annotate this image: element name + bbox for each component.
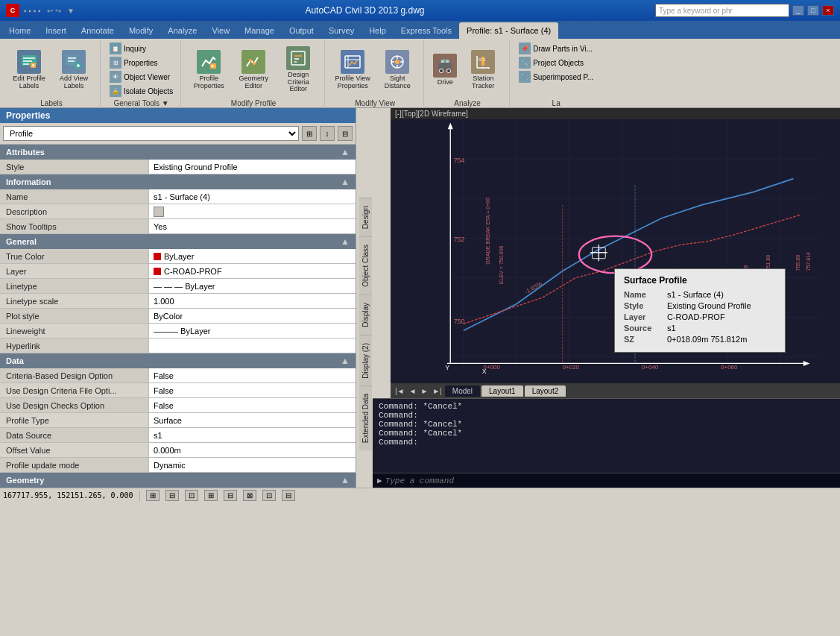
use-design-criteria-value[interactable]: False bbox=[149, 383, 356, 397]
criteria-based-label: Criteria-Based Design Option bbox=[0, 368, 149, 382]
hyperlink-value[interactable] bbox=[149, 339, 356, 353]
ribbon-group-analyze: Drive STA Station Tracker Analyze bbox=[426, 40, 510, 109]
maximize-button[interactable]: □ bbox=[807, 5, 819, 16]
layer-value[interactable]: C-ROAD-PROF bbox=[149, 264, 356, 278]
status-btn-otrack[interactable]: ⊠ bbox=[243, 490, 256, 501]
viewport-label: [-][Top][2D Wireframe] bbox=[395, 110, 468, 118]
station-tracker-button[interactable]: STA Station Tracker bbox=[461, 48, 505, 92]
tab-insert[interactable]: Insert bbox=[38, 22, 74, 39]
profile-view-properties-button[interactable]: Profile View Properties bbox=[331, 48, 374, 92]
side-tab-extended-data[interactable]: Extended Data bbox=[359, 385, 372, 450]
tab-home[interactable]: Home bbox=[1, 22, 38, 39]
close-button[interactable]: × bbox=[822, 5, 834, 16]
side-tab-design[interactable]: Design bbox=[359, 198, 372, 236]
status-btn-osnap[interactable]: ⊟ bbox=[224, 490, 237, 501]
station-tracker-label: Station Tracker bbox=[464, 75, 502, 90]
object-viewer-button[interactable]: 👁 Object Viewer bbox=[107, 70, 173, 84]
collapse-information[interactable]: ▲ bbox=[341, 177, 350, 187]
minimize-button[interactable]: _ bbox=[792, 5, 804, 16]
linetype-value[interactable]: — — — ByLayer bbox=[149, 279, 356, 293]
tab-output[interactable]: Output bbox=[282, 22, 321, 39]
sight-distance-button[interactable]: Sight Distance bbox=[376, 48, 419, 92]
tab-express-tools[interactable]: Express Tools bbox=[394, 22, 459, 39]
design-criteria-editor-button[interactable]: Design Criteria Editor bbox=[277, 45, 320, 95]
project-objects-label: Project Objects bbox=[533, 59, 584, 67]
show-tooltips-value[interactable]: Yes bbox=[149, 219, 356, 233]
nav-prev[interactable]: ◄ bbox=[408, 387, 418, 395]
side-tab-display-2[interactable]: Display (2) bbox=[359, 335, 372, 386]
props-dropdown[interactable]: Profile bbox=[3, 126, 299, 141]
plot-style-value[interactable]: ByColor bbox=[149, 309, 356, 323]
tab-model[interactable]: Model bbox=[445, 385, 480, 397]
edit-profile-labels-button[interactable]: Edit Profile Labels bbox=[7, 48, 51, 92]
tab-layout2[interactable]: Layout2 bbox=[525, 385, 566, 397]
cmd-line-3: Command: *Cancel* bbox=[379, 420, 834, 429]
status-btn-grid[interactable]: ⊞ bbox=[146, 490, 160, 501]
nav-first[interactable]: |◄ bbox=[394, 387, 406, 395]
data-source-value[interactable]: s1 bbox=[149, 428, 356, 442]
true-color-label: True Color bbox=[0, 249, 149, 263]
tab-help[interactable]: Help bbox=[361, 22, 394, 39]
true-color-value[interactable]: ByLayer bbox=[149, 249, 356, 263]
description-value[interactable] bbox=[149, 204, 356, 218]
collapse-data[interactable]: ▲ bbox=[341, 356, 350, 366]
section-information[interactable]: Information ▲ bbox=[0, 174, 356, 189]
inquiry-button[interactable]: 📋 Inquiry bbox=[107, 42, 149, 55]
collapse-attributes[interactable]: ▲ bbox=[341, 147, 350, 157]
section-attributes-label: Attributes bbox=[6, 148, 45, 157]
offset-value-value[interactable]: 0.000m bbox=[149, 443, 356, 457]
layer-label: Layer bbox=[0, 264, 149, 278]
section-geometry[interactable]: Geometry ▲ bbox=[0, 473, 356, 488]
nav-next[interactable]: ► bbox=[419, 387, 429, 395]
inquiry-icon: 📋 bbox=[110, 42, 121, 54]
collapse-geometry[interactable]: ▲ bbox=[341, 475, 350, 485]
side-tab-display[interactable]: Display bbox=[359, 295, 372, 335]
name-value[interactable]: s1 - Surface (4) bbox=[149, 189, 356, 204]
tab-profile[interactable]: Profile: s1 - Surface (4) bbox=[459, 22, 558, 39]
add-view-labels-button[interactable]: Add View Labels bbox=[52, 48, 95, 92]
canvas-area[interactable]: 754 752 750 0+000 0+020 0+040 0+060 bbox=[391, 119, 840, 383]
section-data[interactable]: Data ▲ bbox=[0, 353, 356, 368]
design-checks-value[interactable]: False bbox=[149, 398, 356, 412]
tab-layout1[interactable]: Layout1 bbox=[481, 385, 523, 397]
isolate-objects-button[interactable]: 🔒 Isolate Objects bbox=[107, 84, 176, 98]
linetype-scale-value[interactable]: 1.000 bbox=[149, 294, 356, 308]
tab-view[interactable]: View bbox=[204, 22, 237, 39]
tab-survey[interactable]: Survey bbox=[321, 22, 361, 39]
profile-type-value[interactable]: Surface bbox=[149, 413, 356, 427]
props-row-offset-value: Offset Value 0.000m bbox=[0, 443, 356, 458]
command-input[interactable] bbox=[385, 476, 836, 485]
status-btn-ortho[interactable]: ⊡ bbox=[185, 490, 198, 501]
props-row-name: Name s1 - Surface (4) bbox=[0, 189, 356, 204]
tab-modify[interactable]: Modify bbox=[121, 22, 160, 39]
nav-last[interactable]: ►| bbox=[431, 387, 443, 395]
geometry-editor-button[interactable]: Geometry Editor bbox=[232, 48, 275, 92]
properties-button[interactable]: ⊞ Properties bbox=[107, 56, 161, 69]
search-box[interactable]: Type a keyword or phr bbox=[655, 4, 789, 17]
section-attributes[interactable]: Attributes ▲ bbox=[0, 145, 356, 160]
side-tab-object-class[interactable]: Object Class bbox=[359, 236, 372, 295]
criteria-based-value[interactable]: False bbox=[149, 368, 356, 382]
style-value[interactable]: Existing Ground Profile bbox=[149, 160, 356, 174]
drive-button[interactable]: Drive bbox=[430, 52, 460, 88]
status-btn-ducs[interactable]: ⊡ bbox=[262, 490, 276, 501]
tab-annotate[interactable]: Annotate bbox=[74, 22, 121, 39]
draw-parts-button[interactable]: 📌 Draw Parts in Vi... bbox=[516, 42, 596, 55]
sight-distance-icon bbox=[385, 50, 409, 74]
props-btn-2[interactable]: ↕ bbox=[320, 126, 335, 141]
tab-manage[interactable]: Manage bbox=[237, 22, 282, 39]
superimposed-button[interactable]: 📎 Superimposed P... bbox=[516, 70, 596, 84]
status-btn-polar[interactable]: ⊞ bbox=[204, 490, 218, 501]
tab-analyze[interactable]: Analyze bbox=[160, 22, 204, 39]
props-btn-1[interactable]: ⊞ bbox=[302, 126, 317, 141]
status-btn-snap[interactable]: ⊟ bbox=[165, 490, 179, 501]
section-general[interactable]: General ▲ bbox=[0, 234, 356, 249]
collapse-general[interactable]: ▲ bbox=[341, 236, 350, 247]
status-btn-dyn[interactable]: ⊟ bbox=[282, 490, 295, 501]
design-checks-label: Use Design Checks Option bbox=[0, 398, 149, 412]
project-objects-button[interactable]: 🔧 Project Objects bbox=[516, 56, 587, 69]
lineweight-value[interactable]: ——— ByLayer bbox=[149, 324, 356, 338]
profile-update-value[interactable]: Dynamic bbox=[149, 458, 356, 472]
props-btn-3[interactable]: ⊟ bbox=[338, 126, 353, 141]
profile-properties-button[interactable]: Profile Properties bbox=[187, 48, 230, 92]
